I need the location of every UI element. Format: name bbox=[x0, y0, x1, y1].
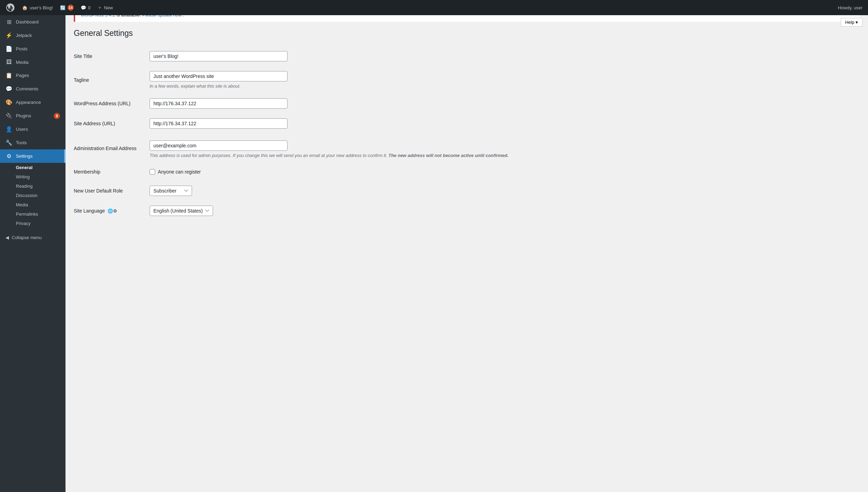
posts-icon: 📄 bbox=[6, 46, 12, 52]
updates-icon: 🔄 bbox=[60, 5, 65, 10]
page-title: General Settings bbox=[74, 29, 860, 38]
site-title-input[interactable] bbox=[150, 51, 287, 61]
comments-icon: 💬 bbox=[81, 5, 86, 10]
site-title-label: Site Title bbox=[74, 53, 92, 59]
admin-email-row: Administration Email Address This addres… bbox=[74, 134, 860, 163]
admin-bar-new[interactable]: ＋ New bbox=[98, 4, 113, 11]
new-label: New bbox=[104, 5, 113, 10]
main-content: WordPress 5.4.2 is available! Please upd… bbox=[65, 0, 868, 229]
membership-checkbox-label[interactable]: Anyone can register bbox=[150, 169, 860, 175]
tagline-input[interactable] bbox=[150, 71, 287, 81]
wp-address-label: WordPress Address (URL) bbox=[74, 101, 131, 106]
sidebar-item-label: Posts bbox=[16, 46, 28, 51]
tagline-label: Tagline bbox=[74, 77, 89, 83]
wp-address-input[interactable] bbox=[150, 98, 287, 109]
sidebar-sub-reading[interactable]: Reading bbox=[0, 181, 65, 191]
new-user-role-row: New User Default Role Subscriber Contrib… bbox=[74, 181, 860, 201]
admin-bar: 🏠 user's Blog! 🔄 14 💬 0 ＋ New Howdy, use… bbox=[0, 0, 868, 15]
comments-count: 0 bbox=[88, 5, 91, 10]
sidebar-item-comments[interactable]: 💬 Comments bbox=[0, 82, 65, 96]
admin-email-input[interactable] bbox=[150, 140, 287, 151]
membership-label: Membership bbox=[74, 169, 100, 175]
sidebar-item-jetpack[interactable]: ⚡ Jetpack bbox=[0, 29, 65, 42]
site-address-input[interactable] bbox=[150, 118, 287, 129]
sidebar-item-label: Settings bbox=[16, 154, 33, 159]
sidebar-item-plugins[interactable]: 🔌 Plugins 8 bbox=[0, 109, 65, 122]
tagline-row: Tagline In a few words, explain what thi… bbox=[74, 66, 860, 94]
sidebar-item-media[interactable]: 🖼 Media bbox=[0, 56, 65, 69]
site-address-label: Site Address (URL) bbox=[74, 121, 115, 126]
plugins-badge: 8 bbox=[54, 113, 60, 119]
sidebar-item-label: Media bbox=[16, 60, 29, 65]
plus-icon: ＋ bbox=[98, 4, 102, 11]
general-settings-form: Site Title Tagline In a few words, expla… bbox=[74, 46, 860, 221]
language-icon: 🌐⚙ bbox=[108, 208, 117, 214]
admin-bar-comments[interactable]: 💬 0 bbox=[81, 5, 91, 10]
membership-checkbox[interactable] bbox=[150, 169, 155, 175]
site-address-row: Site Address (URL) bbox=[74, 114, 860, 134]
sidebar-item-label: Plugins bbox=[16, 113, 31, 118]
sidebar-item-users[interactable]: 👤 Users bbox=[0, 122, 65, 136]
updates-count: 14 bbox=[68, 4, 74, 11]
sidebar-item-label: Users bbox=[16, 127, 28, 132]
site-language-select[interactable]: English (United States) English (UK) Esp… bbox=[150, 206, 213, 216]
media-icon: 🖼 bbox=[6, 59, 12, 65]
sidebar-sub-media[interactable]: Media bbox=[0, 200, 65, 209]
admin-email-hint: This address is used for admin purposes.… bbox=[150, 153, 860, 158]
home-icon: 🏠 bbox=[22, 5, 28, 10]
settings-icon: ⚙ bbox=[6, 153, 12, 159]
sidebar-item-pages[interactable]: 📋 Pages bbox=[0, 69, 65, 82]
sidebar-item-dashboard[interactable]: ⊞ Dashboard bbox=[0, 15, 65, 29]
sidebar-item-label: Jetpack bbox=[16, 33, 32, 38]
sidebar-sub-general[interactable]: General bbox=[0, 163, 65, 172]
appearance-icon: 🎨 bbox=[6, 99, 12, 106]
dashboard-icon: ⊞ bbox=[6, 19, 12, 25]
new-user-role-label: New User Default Role bbox=[74, 188, 123, 194]
sidebar-sub-permalinks[interactable]: Permalinks bbox=[0, 209, 65, 219]
sidebar-item-label: Dashboard bbox=[16, 19, 39, 24]
site-language-label: Site Language 🌐⚙ bbox=[74, 208, 117, 214]
sidebar-sub-discussion[interactable]: Discussion bbox=[0, 191, 65, 200]
sidebar-item-label: Comments bbox=[16, 86, 38, 91]
sidebar-item-appearance[interactable]: 🎨 Appearance bbox=[0, 96, 65, 109]
tools-icon: 🔧 bbox=[6, 139, 12, 146]
admin-bar-howdy: Howdy, user bbox=[838, 5, 862, 10]
admin-bar-updates[interactable]: 🔄 14 bbox=[60, 4, 74, 11]
sidebar: ⊞ Dashboard ⚡ Jetpack 📄 Posts 🖼 Media 📋 … bbox=[0, 15, 65, 229]
sidebar-sub-writing[interactable]: Writing bbox=[0, 172, 65, 181]
admin-bar-site[interactable]: 🏠 user's Blog! bbox=[22, 5, 53, 10]
sidebar-item-posts[interactable]: 📄 Posts bbox=[0, 42, 65, 56]
site-language-row: Site Language 🌐⚙ English (United States)… bbox=[74, 201, 860, 221]
admin-email-label: Administration Email Address bbox=[74, 146, 137, 151]
sidebar-sub-privacy[interactable]: Privacy bbox=[0, 219, 65, 228]
site-title-row: Site Title bbox=[74, 46, 860, 66]
comments-nav-icon: 💬 bbox=[6, 86, 12, 92]
tagline-hint: In a few words, explain what this site i… bbox=[150, 83, 860, 89]
wp-logo-icon[interactable] bbox=[6, 3, 15, 12]
membership-checkbox-text: Anyone can register bbox=[158, 169, 201, 175]
users-icon: 👤 bbox=[6, 126, 12, 132]
sidebar-item-label: Tools bbox=[16, 140, 27, 145]
membership-row: Membership Anyone can register bbox=[74, 163, 860, 181]
wp-address-row: WordPress Address (URL) bbox=[74, 94, 860, 114]
sidebar-item-tools[interactable]: 🔧 Tools bbox=[0, 136, 65, 149]
sidebar-item-label: Appearance bbox=[16, 100, 41, 105]
help-button[interactable]: Help ▾ bbox=[841, 18, 862, 27]
settings-table: Site Title Tagline In a few words, expla… bbox=[74, 46, 860, 221]
jetpack-icon: ⚡ bbox=[6, 32, 12, 39]
sidebar-item-settings[interactable]: ⚙ Settings bbox=[0, 149, 65, 163]
site-name: user's Blog! bbox=[30, 5, 53, 10]
plugins-icon: 🔌 bbox=[6, 112, 12, 119]
new-user-role-select[interactable]: Subscriber Contributor Author Editor Adm… bbox=[150, 186, 192, 196]
sidebar-item-label: Pages bbox=[16, 73, 29, 78]
pages-icon: 📋 bbox=[6, 72, 12, 79]
